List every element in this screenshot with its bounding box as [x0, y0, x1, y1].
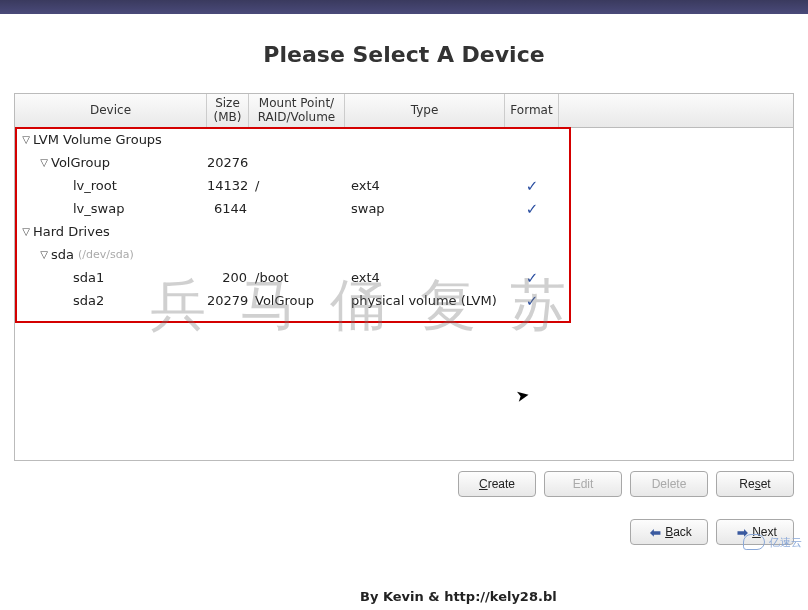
- part-mount: /boot: [249, 270, 345, 285]
- lv-mount: /: [249, 178, 345, 193]
- check-icon: ✓: [505, 269, 559, 287]
- col-spacer: [559, 94, 793, 127]
- edit-button[interactable]: Edit: [544, 471, 622, 497]
- arrow-left-icon: ⬅: [650, 525, 661, 540]
- table-body: ▽LVM Volume Groups ▽VolGroup 20276 lv_ro…: [15, 128, 793, 312]
- check-icon: ✓: [505, 292, 559, 310]
- col-type[interactable]: Type: [345, 94, 505, 127]
- action-buttons: Create Edit Delete Reset: [14, 471, 794, 497]
- table-row[interactable]: lv_swap 6144 swap ✓: [15, 197, 793, 220]
- window-titlebar: [0, 0, 808, 14]
- part-name: sda2: [15, 293, 207, 308]
- group-harddrives[interactable]: ▽Hard Drives: [15, 220, 793, 243]
- table-row[interactable]: sda1 200 /boot ext4 ✓: [15, 266, 793, 289]
- lv-name: lv_root: [15, 178, 207, 193]
- check-icon: ✓: [505, 177, 559, 195]
- part-size: 200: [207, 270, 249, 285]
- brand-label: 亿速云: [769, 535, 802, 550]
- group-label: LVM Volume Groups: [33, 132, 162, 147]
- table-row[interactable]: sda2 20279 VolGroup physical volume (LVM…: [15, 289, 793, 312]
- disk-row[interactable]: ▽sda(/dev/sda): [15, 243, 793, 266]
- lv-type: ext4: [345, 178, 505, 193]
- part-name: sda1: [15, 270, 207, 285]
- table-header: Device Size (MB) Mount Point/ RAID/Volum…: [15, 94, 793, 128]
- brand-badge: 亿速云: [743, 534, 802, 550]
- lv-type: swap: [345, 201, 505, 216]
- delete-button[interactable]: Delete: [630, 471, 708, 497]
- col-mount[interactable]: Mount Point/ RAID/Volume: [249, 94, 345, 127]
- volgroup-row[interactable]: ▽VolGroup 20276: [15, 151, 793, 174]
- part-type: ext4: [345, 270, 505, 285]
- part-size: 20279: [207, 293, 249, 308]
- expand-icon[interactable]: ▽: [19, 134, 33, 145]
- reset-button[interactable]: Reset: [716, 471, 794, 497]
- lv-size: 14132: [207, 178, 249, 193]
- credit-text: By Kevin & http://kely28.bl: [360, 589, 557, 604]
- disk-path: (/dev/sda): [78, 248, 134, 261]
- expand-icon[interactable]: ▽: [19, 226, 33, 237]
- disk-name: sda: [51, 247, 74, 262]
- volgroup-name: VolGroup: [51, 155, 110, 170]
- col-size[interactable]: Size (MB): [207, 94, 249, 127]
- table-row[interactable]: lv_root 14132 / ext4 ✓: [15, 174, 793, 197]
- part-type: physical volume (LVM): [345, 293, 505, 308]
- volgroup-size: 20276: [207, 155, 249, 170]
- part-mount: VolGroup: [249, 293, 345, 308]
- nav-buttons: ⬅Back ➡Next: [14, 519, 794, 545]
- page-title: Please Select A Device: [0, 42, 808, 67]
- cloud-icon: [743, 534, 765, 550]
- expand-icon[interactable]: ▽: [37, 249, 51, 260]
- device-table: Device Size (MB) Mount Point/ RAID/Volum…: [14, 93, 794, 461]
- lv-name: lv_swap: [15, 201, 207, 216]
- back-button[interactable]: ⬅Back: [630, 519, 708, 545]
- lv-size: 6144: [207, 201, 249, 216]
- group-label: Hard Drives: [33, 224, 110, 239]
- expand-icon[interactable]: ▽: [37, 157, 51, 168]
- group-lvm[interactable]: ▽LVM Volume Groups: [15, 128, 793, 151]
- check-icon: ✓: [505, 200, 559, 218]
- create-button[interactable]: Create: [458, 471, 536, 497]
- col-device[interactable]: Device: [15, 94, 207, 127]
- col-format[interactable]: Format: [505, 94, 559, 127]
